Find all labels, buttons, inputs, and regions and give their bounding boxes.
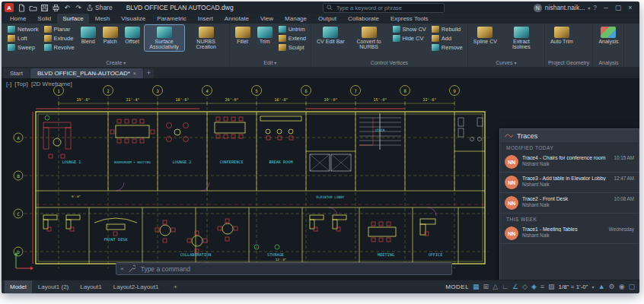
remove-button[interactable]: Remove	[430, 43, 464, 52]
traces-header[interactable]: Traces	[500, 129, 639, 142]
layout-tab-model[interactable]: Model	[5, 280, 32, 293]
panel-label-create[interactable]: Create▾	[6, 59, 226, 67]
svg-text:2: 2	[107, 88, 110, 93]
plot-button[interactable]	[51, 3, 60, 12]
ribbon-tab-home[interactable]: Home	[5, 14, 31, 24]
panel-label-project-geometry[interactable]: Project Geometry	[548, 59, 589, 67]
undo-button[interactable]: ↶	[62, 3, 72, 12]
hide-cv-button[interactable]: Hide CV	[391, 34, 428, 43]
new-drawing-tab-button[interactable]: +	[144, 68, 154, 78]
ribbon-tab-visualize[interactable]: Visualize	[116, 14, 151, 24]
file-tab-start[interactable]: Start	[3, 68, 30, 78]
layout-tab-layout2-layout1[interactable]: Layout2-Layout1	[108, 280, 164, 293]
close-command-icon[interactable]: ×	[120, 265, 124, 272]
planar-button[interactable]: Planar	[43, 25, 76, 33]
loft-button[interactable]: Loft	[6, 34, 40, 43]
ribbon-tab-express-tools[interactable]: Express Tools	[385, 14, 434, 24]
trace-list-item[interactable]: NN Trace2 - Front Desk10:08 AM Nishant N…	[500, 193, 639, 214]
snap-icon[interactable]: ⊞	[483, 280, 489, 293]
osnap-icon[interactable]: ◈	[531, 280, 537, 293]
ribbon-tab-solid[interactable]: Solid	[32, 14, 56, 24]
panel-label-control-vertices[interactable]: Control Vertices	[314, 59, 464, 67]
convert-to-nurbs-button[interactable]: Convert to NURBS	[349, 25, 389, 51]
ribbon-tab-output[interactable]: Output	[313, 14, 342, 24]
user-name[interactable]: nishant.naik...	[545, 4, 585, 11]
close-tab-icon[interactable]: ×	[133, 68, 136, 78]
offset-button[interactable]: Offset	[123, 25, 142, 45]
cv-edit-bar-button[interactable]: CV Edit Bar	[314, 25, 347, 45]
analysis-button[interactable]: Analysis	[596, 25, 620, 45]
minimize-button[interactable]: –	[600, 4, 612, 11]
fillet-button[interactable]: Fillet	[233, 25, 253, 45]
annotation-monitor-icon[interactable]: ◉	[619, 280, 625, 293]
ribbon-tab-view[interactable]: View	[255, 14, 279, 24]
surface-associativity-button[interactable]: Surface Associativity	[145, 25, 184, 51]
autocad-logo[interactable]: A	[5, 3, 14, 12]
patch-button[interactable]: Patch	[100, 25, 120, 45]
ribbon-tab-manage[interactable]: Manage	[279, 14, 312, 24]
open-button[interactable]	[28, 3, 37, 12]
network-button[interactable]: Network	[6, 25, 40, 33]
ribbon-tab-insert[interactable]: Insert	[193, 14, 218, 24]
redo-button[interactable]: ↷	[74, 3, 83, 12]
user-avatar[interactable]: N	[534, 4, 542, 12]
sculpt-button[interactable]: Sculpt	[277, 43, 308, 52]
panel-label-analysis[interactable]: Analysis	[596, 59, 620, 67]
trim-button[interactable]: Trim	[255, 25, 275, 45]
model-space-label[interactable]: MODEL	[445, 283, 469, 290]
infer-icon[interactable]: △	[493, 280, 498, 293]
spline-cv-button[interactable]: Spline CV	[471, 25, 499, 45]
help-icon[interactable]: ?	[593, 4, 597, 11]
blend-button[interactable]: Blend	[78, 25, 98, 45]
file-tab-document[interactable]: BLVD OFFICE_PLAN-AUTOCAD*×	[30, 68, 143, 78]
ribbon-tab-surface[interactable]: Surface	[57, 14, 89, 24]
command-line[interactable]: ×	[116, 262, 452, 275]
extrude-button[interactable]: Extrude	[43, 34, 76, 43]
drawing-canvas[interactable]: [-] [Top] [2D Wireframe]	[2, 78, 639, 280]
trace-list-item[interactable]: NN Trace3 - Add table in Elevator Lobby1…	[500, 173, 639, 193]
ribbon-tab-parametric[interactable]: Parametric	[151, 14, 192, 24]
restore-button[interactable]: ▢	[612, 4, 624, 11]
layout-tab-layout1[interactable]: Layout1	[75, 280, 107, 293]
ribbon-tab-annotate[interactable]: Annotate	[219, 14, 254, 24]
workspace-gear-icon[interactable]: ⚙	[609, 280, 615, 293]
new-layout-button[interactable]: +	[164, 280, 186, 293]
panel-label-curves[interactable]: Curves▾	[471, 59, 541, 67]
close-button[interactable]: ×	[624, 4, 636, 11]
extract-isolines-button[interactable]: Extract Isolines	[502, 25, 541, 51]
visual-style-control[interactable]: [2D Wireframe]	[31, 81, 72, 87]
clean-screen-icon[interactable]: ▢	[628, 280, 635, 293]
grid-icon[interactable]: ▦	[473, 280, 480, 293]
share-button[interactable]: Share	[86, 4, 113, 11]
viewport-menu-control[interactable]: [-]	[6, 81, 11, 87]
polar-icon[interactable]: ∠	[512, 280, 518, 293]
auto-trim-button[interactable]: Auto Trim	[548, 25, 575, 45]
ortho-icon[interactable]: ∟	[502, 280, 509, 293]
extend-button[interactable]: Extend	[277, 34, 308, 43]
untrim-button[interactable]: Untrim	[277, 25, 308, 33]
add-button[interactable]: Add	[430, 34, 464, 43]
panel-label-edit[interactable]: Edit▾	[233, 59, 308, 67]
trace-list-item[interactable]: NN Trace4 - Chairs for conference room10…	[500, 152, 639, 173]
scale-caret-icon[interactable]: ▾	[592, 284, 595, 290]
transparency-icon[interactable]: ▨	[548, 280, 555, 293]
search-input[interactable]	[335, 4, 441, 12]
view-control[interactable]: [Top]	[14, 81, 27, 87]
save-button[interactable]	[40, 3, 49, 12]
command-input[interactable]	[139, 264, 448, 274]
revolve-button[interactable]: Revolve	[43, 43, 76, 52]
isodraft-icon[interactable]: ◇	[522, 280, 528, 293]
show-cv-button[interactable]: Show CV	[391, 25, 428, 33]
layout-tab-layout1-2[interactable]: Layout1 (2)	[33, 280, 74, 293]
trace-list-item[interactable]: NN Trace1 - Meeting TablesWednesday Nish…	[500, 223, 639, 244]
new-file-button[interactable]	[17, 3, 26, 12]
search-box[interactable]	[323, 3, 445, 13]
lineweight-icon[interactable]: ≡	[540, 280, 544, 293]
annotation-scale[interactable]: 1/8" = 1'-0"	[559, 283, 588, 290]
rebuild-button[interactable]: Rebuild	[430, 25, 464, 33]
ribbon-tab-collaborate[interactable]: Collaborate	[343, 14, 384, 24]
annotation-icon[interactable]: ▲	[598, 280, 605, 293]
sweep-button[interactable]: Sweep	[6, 43, 40, 52]
nurbs-creation-button[interactable]: NURBS Creation	[187, 25, 226, 51]
ribbon-tab-mesh[interactable]: Mesh	[90, 14, 116, 24]
